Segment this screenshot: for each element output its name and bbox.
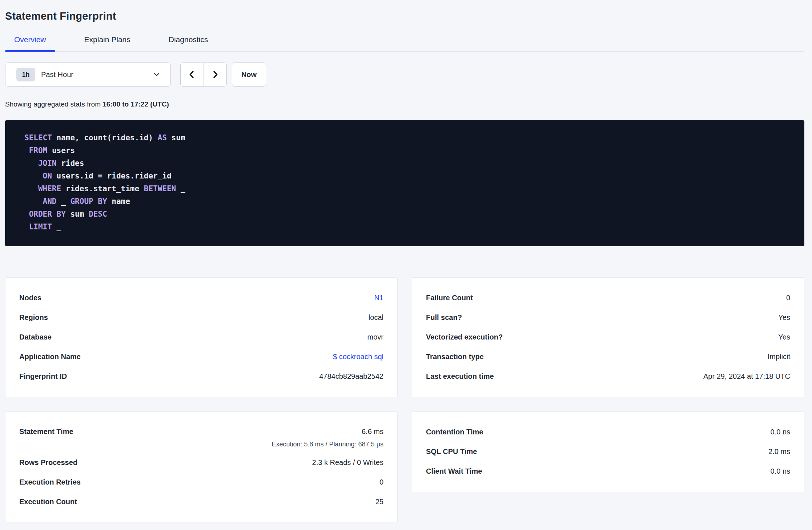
tab-overview[interactable]: Overview xyxy=(5,35,55,51)
table-row: Execution Count 25 xyxy=(19,492,383,511)
row-label-fingerprint-id: Fingerprint ID xyxy=(19,372,67,381)
table-row: Contention Time 0.0 ns xyxy=(426,422,790,442)
regions-value: local xyxy=(369,313,383,322)
tab-explain-plans-label: Explain Plans xyxy=(84,35,130,44)
table-row: Database movr xyxy=(19,327,383,347)
statement-time-values: 6.6 ms Execution: 5.8 ms / Planning: 687… xyxy=(272,423,383,449)
chevron-right-icon xyxy=(210,69,220,80)
row-label-last-execution-time: Last execution time xyxy=(426,372,494,381)
database-value: movr xyxy=(367,333,383,341)
time-range-dropdown[interactable]: 1h Past Hour xyxy=(5,63,171,87)
statement-time-breakdown: Execution: 5.8 ms / Planning: 687.5 µs xyxy=(272,439,383,449)
table-row: Nodes N1 xyxy=(19,288,383,308)
table-row: Vectorized execution? Yes xyxy=(426,327,790,347)
time-nav-buttons xyxy=(180,63,227,87)
table-row: Full scan? Yes xyxy=(426,308,790,327)
stats-line-range: 16:00 to 17:22 (UTC) xyxy=(102,100,169,108)
tab-diagnostics-label: Diagnostics xyxy=(169,35,208,44)
statement-fingerprint-page: Statement Fingerprint Overview Explain P… xyxy=(0,0,812,522)
tab-bar: Overview Explain Plans Diagnostics xyxy=(5,35,804,52)
row-label-full-scan: Full scan? xyxy=(426,313,462,322)
chevron-down-icon xyxy=(152,70,161,79)
active-tab-underline xyxy=(5,50,55,52)
page-title: Statement Fingerprint xyxy=(5,10,804,22)
row-label-execution-count: Execution Count xyxy=(19,498,77,506)
row-label-sql-cpu-time: SQL CPU Time xyxy=(426,447,477,456)
tab-diagnostics[interactable]: Diagnostics xyxy=(160,35,217,51)
execution-attributes-card: Failure Count 0 Full scan? Yes Vectorize… xyxy=(412,277,804,397)
table-row: Last execution time Apr 29, 2024 at 17:1… xyxy=(426,366,790,386)
application-name-link[interactable]: $ cockroach sql xyxy=(333,353,383,361)
client-wait-time-value: 0.0 ns xyxy=(771,467,790,475)
time-range-badge: 1h xyxy=(16,68,35,81)
row-label-contention-time: Contention Time xyxy=(426,428,483,436)
execution-count-value: 25 xyxy=(375,498,383,506)
table-row: Application Name $ cockroach sql xyxy=(19,347,383,366)
transaction-type-value: Implicit xyxy=(768,353,790,361)
summary-cards: Nodes N1 Regions local Database movr App… xyxy=(5,277,804,522)
last-execution-time-value: Apr 29, 2024 at 17:18 UTC xyxy=(703,372,790,381)
now-button[interactable]: Now xyxy=(232,63,266,87)
table-row: Rows Processed 2.3 k Reads / 0 Writes xyxy=(19,453,383,472)
table-row: SQL CPU Time 2.0 ms xyxy=(426,442,790,461)
row-label-database: Database xyxy=(19,333,52,341)
row-label-execution-retries: Execution Retries xyxy=(19,478,81,486)
row-label-vectorized-execution: Vectorized execution? xyxy=(426,333,503,341)
vectorized-execution-value: Yes xyxy=(778,333,790,341)
full-scan-value: Yes xyxy=(778,313,790,322)
fingerprint-id-value: 4784cb829aab2542 xyxy=(319,372,383,381)
table-row: Client Wait Time 0.0 ns xyxy=(426,461,790,481)
execution-retries-value: 0 xyxy=(379,478,383,486)
chevron-left-icon xyxy=(187,69,197,80)
tab-overview-label: Overview xyxy=(14,35,46,44)
contention-time-value: 0.0 ns xyxy=(771,428,790,436)
failure-count-value: 0 xyxy=(786,294,790,302)
table-row: Execution Retries 0 xyxy=(19,472,383,492)
table-row: Regions local xyxy=(19,308,383,327)
table-row: Statement Time 6.6 ms Execution: 5.8 ms … xyxy=(19,423,383,449)
time-picker-row: 1h Past Hour Now xyxy=(5,63,804,87)
statement-time-value: 6.6 ms xyxy=(272,423,383,439)
table-row: Fingerprint ID 4784cb829aab2542 xyxy=(19,366,383,386)
row-label-nodes: Nodes xyxy=(19,294,41,302)
rows-processed-value: 2.3 k Reads / 0 Writes xyxy=(312,458,383,467)
next-time-button[interactable] xyxy=(204,63,227,86)
sql-code: SELECT name, count(rides.id) AS sum FROM… xyxy=(24,132,790,233)
row-label-regions: Regions xyxy=(19,313,48,322)
sql-statement-box: SELECT name, count(rides.id) AS sum FROM… xyxy=(5,120,804,246)
row-label-application-name: Application Name xyxy=(19,353,81,361)
table-row: Failure Count 0 xyxy=(426,288,790,308)
statement-timing-card: Statement Time 6.6 ms Execution: 5.8 ms … xyxy=(5,411,398,522)
sql-cpu-time-value: 2.0 ms xyxy=(768,447,790,456)
aggregated-stats-line: Showing aggregated stats from 16:00 to 1… xyxy=(5,100,804,108)
tab-explain-plans[interactable]: Explain Plans xyxy=(75,35,140,51)
stats-line-prefix: Showing aggregated stats from xyxy=(5,100,102,108)
wait-times-card: Contention Time 0.0 ns SQL CPU Time 2.0 … xyxy=(412,411,804,493)
row-label-rows-processed: Rows Processed xyxy=(19,458,77,467)
statement-details-card: Nodes N1 Regions local Database movr App… xyxy=(5,277,398,397)
row-label-failure-count: Failure Count xyxy=(426,294,473,302)
time-range-label: Past Hour xyxy=(41,71,152,79)
table-row: Transaction type Implicit xyxy=(426,347,790,366)
nodes-link[interactable]: N1 xyxy=(374,294,383,302)
row-label-transaction-type: Transaction type xyxy=(426,353,484,361)
prev-time-button[interactable] xyxy=(181,63,204,86)
row-label-statement-time: Statement Time xyxy=(19,423,73,439)
row-label-client-wait-time: Client Wait Time xyxy=(426,467,482,475)
